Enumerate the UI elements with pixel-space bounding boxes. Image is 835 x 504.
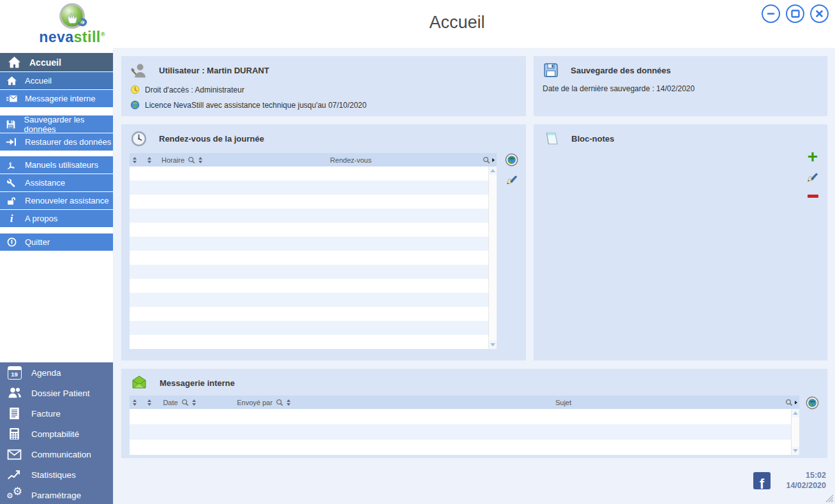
appointments-panel: Rendez-vous de la journée Horaire Rendez… <box>121 124 526 360</box>
column-menu-arrow-icon[interactable] <box>795 401 797 404</box>
sidebar-item-assistance[interactable]: Assistance <box>0 174 113 191</box>
sidebar-item-accueil[interactable]: Accueil <box>0 72 113 89</box>
envelope-icon <box>6 449 23 460</box>
refresh-globe-icon[interactable] <box>505 153 518 167</box>
sidebar-item-quitter[interactable]: Quitter <box>0 233 113 251</box>
sidebar-item-renouveler[interactable]: Renouveler assistance <box>0 192 113 209</box>
search-icon[interactable] <box>276 399 283 406</box>
sidebar: Accueil Accueil Messagerie interne Sauve… <box>0 48 113 504</box>
scroll-up-button[interactable] <box>489 167 497 175</box>
remove-note-button[interactable] <box>808 195 818 198</box>
current-time: 15:02 <box>786 470 826 480</box>
table-row[interactable] <box>130 321 488 335</box>
notes-panel: Bloc-notes + <box>534 124 827 360</box>
user-panel: Utilisateur : Martin DURANT Droit d'accè… <box>121 56 526 116</box>
table-row[interactable] <box>130 335 488 349</box>
table-row[interactable] <box>130 251 488 265</box>
appointments-table-header: Horaire Rendez-vous <box>130 153 497 167</box>
search-icon[interactable] <box>785 399 793 406</box>
sort-arrows-icon <box>133 399 137 406</box>
sort-column-header[interactable] <box>130 153 140 167</box>
sidebar-item-agenda[interactable]: 19 Agenda <box>0 362 113 383</box>
column-header-sujet[interactable]: Sujet <box>327 396 799 409</box>
scroll-down-button[interactable] <box>489 341 497 349</box>
facebook-icon[interactable]: f <box>753 472 771 489</box>
refresh-globe-icon[interactable] <box>806 396 819 410</box>
column-header-date[interactable]: Date <box>159 396 200 409</box>
scroll-up-button[interactable] <box>792 409 799 417</box>
table-row[interactable] <box>130 424 791 440</box>
table-row[interactable] <box>130 237 488 251</box>
notepad-icon <box>543 130 560 147</box>
licence-row: Licence NevaStill avec assistance techni… <box>130 100 526 110</box>
minimize-icon <box>767 10 775 18</box>
sidebar-item-dossier-patient[interactable]: Dossier Patient <box>0 383 113 403</box>
add-note-button[interactable]: + <box>808 149 818 165</box>
search-icon[interactable] <box>188 156 195 164</box>
sidebar-item-sauvegarder[interactable]: Sauvegarder les données <box>0 115 113 133</box>
backup-panel-title: Sauvegarde des données <box>571 66 671 75</box>
globe-icon <box>130 100 140 110</box>
sort-arrows-icon <box>192 399 196 406</box>
main-content: Utilisateur : Martin DURANT Droit d'accè… <box>113 48 835 504</box>
sort-arrows-icon <box>287 399 290 406</box>
sidebar-item-communication[interactable]: Communication <box>0 444 113 464</box>
close-button[interactable] <box>810 4 829 23</box>
appointments-panel-title: Rendez-vous de la journée <box>159 134 264 144</box>
messages-panel-title: Messagerie interne <box>160 378 235 388</box>
resize-grip[interactable] <box>825 494 834 503</box>
top-bar: nevastill® Accueil <box>0 0 835 48</box>
sort-column-header[interactable] <box>140 153 159 167</box>
user-panel-title: Utilisateur : Martin DURANT <box>159 66 269 75</box>
wrench-icon <box>4 178 19 188</box>
column-menu-arrow-icon[interactable] <box>492 158 495 162</box>
sidebar-item-messagerie-interne[interactable]: Messagerie interne <box>0 90 113 107</box>
table-row[interactable] <box>130 223 488 237</box>
vertical-scrollbar[interactable] <box>791 409 799 455</box>
table-row[interactable] <box>130 265 488 279</box>
vertical-scrollbar[interactable] <box>488 167 497 349</box>
table-row[interactable] <box>130 279 488 293</box>
sidebar-item-apropos[interactable]: i A propos <box>0 210 113 227</box>
maximize-icon <box>791 10 800 18</box>
sidebar-item-restaurer[interactable]: Restaurer des données <box>0 133 113 151</box>
column-header-rendezvous[interactable]: Rendez-vous <box>205 153 497 167</box>
sort-column-header[interactable] <box>140 396 159 409</box>
table-row[interactable] <box>130 195 488 209</box>
sidebar-item-comptabilite[interactable]: Comptabilité <box>0 424 113 444</box>
sidebar-item-statistiques[interactable]: Statistiques <box>0 464 113 485</box>
sidebar-group-quit: Quitter <box>0 233 113 251</box>
sort-arrows-icon <box>147 157 151 163</box>
table-row[interactable] <box>130 409 791 424</box>
home-icon <box>6 56 22 68</box>
edit-icon[interactable] <box>506 174 518 186</box>
sidebar-item-manuels[interactable]: Manuels utilisateurs <box>0 156 113 174</box>
messages-table: Date Envoyé par Sujet <box>130 396 799 455</box>
table-row[interactable] <box>130 440 791 455</box>
scroll-down-button[interactable] <box>792 447 799 455</box>
search-icon[interactable] <box>483 156 490 164</box>
table-row[interactable] <box>130 293 488 307</box>
column-header-horaire[interactable]: Horaire <box>159 153 205 167</box>
sort-column-header[interactable] <box>130 396 140 409</box>
minimize-button[interactable] <box>762 4 780 23</box>
appointments-table: Horaire Rendez-vous <box>130 153 497 349</box>
table-row[interactable] <box>130 209 488 223</box>
table-row[interactable] <box>130 307 488 321</box>
table-row[interactable] <box>130 167 488 181</box>
window-controls <box>762 4 829 23</box>
padlock-icon <box>4 196 19 206</box>
last-backup-row: Date de la dernière sauvegarde : 14/02/2… <box>543 84 827 93</box>
sidebar-item-facture[interactable]: Facture <box>0 403 113 424</box>
user-icon <box>130 62 147 79</box>
info-icon: i <box>4 213 19 224</box>
search-icon[interactable] <box>181 399 189 406</box>
edit-icon[interactable] <box>806 171 819 184</box>
table-row[interactable] <box>130 181 488 195</box>
logo-text-still: still <box>74 29 101 45</box>
sidebar-item-parametrage[interactable]: ⚙⚙ Paramétrage <box>0 485 113 504</box>
maximize-button[interactable] <box>786 4 804 23</box>
column-header-envoye-par[interactable]: Envoyé par <box>200 396 327 409</box>
messages-rows <box>130 409 791 455</box>
green-envelope-icon <box>130 374 148 391</box>
